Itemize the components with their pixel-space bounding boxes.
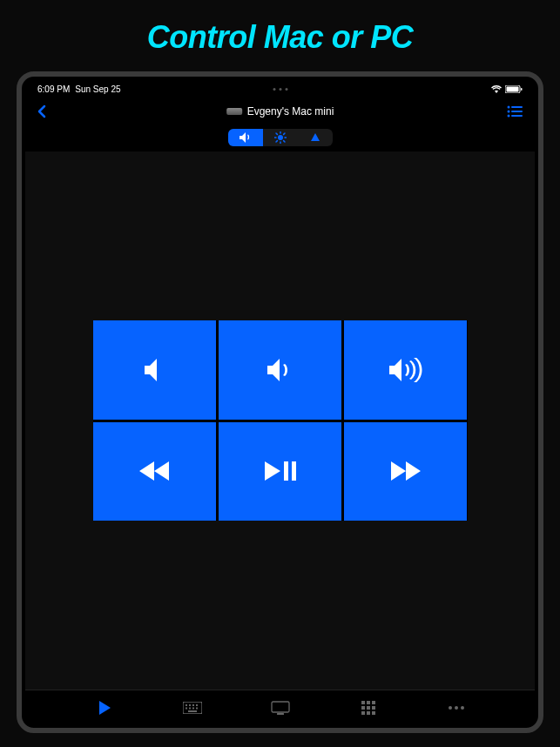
segment-volume[interactable] <box>228 129 263 146</box>
ipad-screen: 6:09 PM Sun Sep 25 Evgeny's Mac <box>25 80 535 724</box>
wifi-icon <box>491 85 502 93</box>
svg-rect-21 <box>186 704 187 706</box>
svg-point-41 <box>449 706 452 710</box>
ipad-frame: 6:09 PM Sun Sep 25 Evgeny's Mac <box>17 71 543 733</box>
svg-point-5 <box>508 111 510 113</box>
svg-rect-35 <box>361 706 365 710</box>
svg-rect-39 <box>367 711 370 715</box>
svg-rect-2 <box>521 88 523 91</box>
tab-bar <box>25 690 535 724</box>
content-area <box>25 151 535 690</box>
nav-bar: Evgeny's Mac mini <box>25 98 535 125</box>
tab-screen[interactable] <box>263 690 298 725</box>
volume-down-button[interactable] <box>219 320 341 420</box>
svg-point-7 <box>508 115 510 118</box>
svg-rect-22 <box>189 704 191 706</box>
rewind-button[interactable] <box>93 422 216 522</box>
back-button[interactable] <box>37 104 46 118</box>
tab-keyboard[interactable] <box>175 690 210 725</box>
svg-point-42 <box>455 706 458 710</box>
status-date: Sun Sep 25 <box>75 84 120 94</box>
svg-rect-33 <box>367 701 370 704</box>
svg-rect-28 <box>196 707 198 709</box>
svg-rect-26 <box>189 707 191 709</box>
status-time: 6:09 PM <box>37 84 70 94</box>
svg-line-14 <box>276 133 277 134</box>
forward-button[interactable] <box>344 422 467 522</box>
segment-brightness[interactable] <box>263 129 298 146</box>
promo-title: Control Mac or PC <box>0 0 560 71</box>
svg-rect-29 <box>188 710 197 712</box>
svg-rect-37 <box>372 706 375 710</box>
control-pad <box>93 320 468 521</box>
status-bar: 6:09 PM Sun Sep 25 <box>25 80 535 98</box>
svg-rect-19 <box>292 461 296 481</box>
svg-rect-1 <box>507 86 519 91</box>
svg-rect-31 <box>277 713 284 715</box>
mute-button[interactable] <box>93 320 216 420</box>
svg-line-15 <box>283 141 284 142</box>
svg-rect-24 <box>196 704 198 706</box>
svg-point-3 <box>508 106 510 109</box>
svg-line-17 <box>283 133 284 134</box>
svg-rect-18 <box>284 461 288 481</box>
multitask-dots[interactable] <box>273 88 287 91</box>
svg-rect-40 <box>372 711 375 715</box>
svg-rect-34 <box>372 701 375 704</box>
svg-rect-4 <box>511 106 523 108</box>
tab-grid[interactable] <box>351 690 386 725</box>
mac-mini-icon <box>226 108 242 115</box>
mode-segmented-control <box>25 125 535 151</box>
svg-rect-30 <box>272 702 289 712</box>
list-button[interactable] <box>507 105 523 118</box>
svg-line-16 <box>276 141 277 142</box>
svg-rect-38 <box>361 711 365 715</box>
svg-rect-25 <box>186 707 187 709</box>
battery-icon <box>505 85 523 93</box>
svg-rect-36 <box>367 706 370 710</box>
device-title[interactable]: Evgeny's Mac mini <box>226 105 334 118</box>
svg-rect-27 <box>192 707 194 709</box>
svg-point-43 <box>461 706 464 710</box>
tab-play[interactable] <box>87 690 122 725</box>
device-name-label: Evgeny's Mac mini <box>247 105 334 118</box>
tab-more[interactable] <box>439 690 474 725</box>
svg-point-9 <box>278 135 283 140</box>
svg-rect-23 <box>192 704 194 706</box>
play-pause-button[interactable] <box>219 422 341 522</box>
segment-navigate[interactable] <box>298 129 333 146</box>
volume-up-button[interactable] <box>344 320 467 420</box>
svg-rect-6 <box>511 111 523 112</box>
svg-rect-32 <box>361 701 365 704</box>
svg-rect-8 <box>511 115 523 117</box>
